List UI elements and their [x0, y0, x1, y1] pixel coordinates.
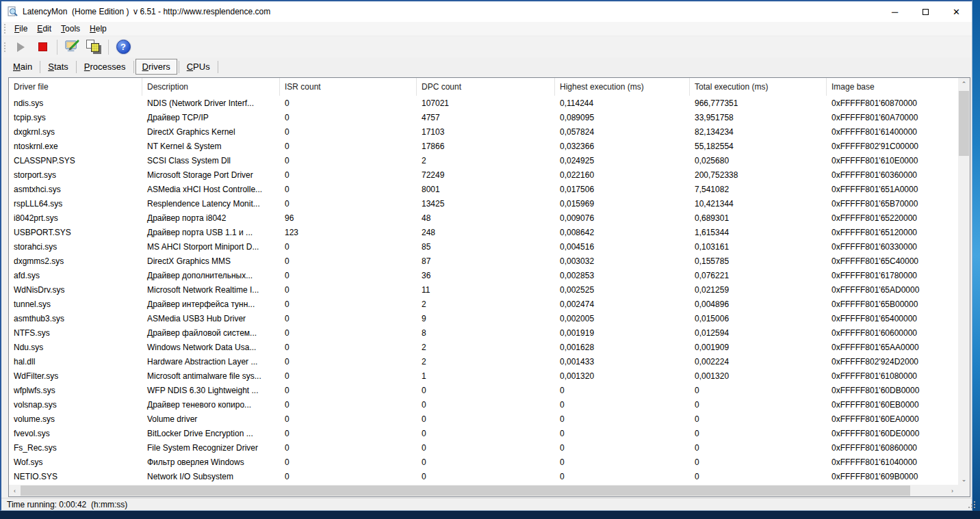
- tab-cpus[interactable]: CPUs: [181, 59, 216, 74]
- scrollbar-corner: [958, 485, 970, 496]
- table-row[interactable]: fvevol.sysBitLocker Drive Encryption ...…: [9, 426, 958, 440]
- table-cell: 0,002853: [555, 268, 690, 282]
- table-row[interactable]: wfplwfs.sysWFP NDIS 6.30 Lightweight ...…: [9, 383, 958, 397]
- options-button[interactable]: [63, 38, 81, 56]
- table-row[interactable]: USBPORT.SYSДрайвер порта USB 1.1 и ...12…: [9, 225, 958, 239]
- table-cell: Network I/O Subsystem: [142, 469, 280, 483]
- scroll-left-icon[interactable]: ‹: [9, 485, 21, 496]
- resize-grip[interactable]: [968, 507, 970, 508]
- table-cell: 966,777351: [690, 96, 827, 110]
- vertical-scrollbar[interactable]: ⌃ ⌄: [958, 78, 970, 485]
- table-row[interactable]: i8042prt.sysДрайвер порта i804296480,009…: [9, 211, 958, 225]
- menu-edit[interactable]: Edit: [32, 23, 56, 35]
- table-row[interactable]: WdNisDrv.sysMicrosoft Network Realtime I…: [9, 282, 958, 297]
- table-row[interactable]: CLASSPNP.SYSSCSI Class System Dll020,024…: [9, 153, 958, 168]
- table-row[interactable]: storahci.sysMS AHCI Storport Miniport D.…: [9, 239, 958, 254]
- table-row[interactable]: asmtxhci.sysASMedia xHCI Host Controlle.…: [9, 182, 958, 196]
- menu-help[interactable]: Help: [85, 23, 112, 35]
- table-cell: 0: [555, 412, 690, 426]
- table-row[interactable]: volume.sysVolume driver00000xFFFFF801'60…: [9, 412, 958, 426]
- table-body: ndis.sysNDIS (Network Driver Interf...01…: [9, 96, 958, 483]
- table-cell: 0: [417, 412, 555, 426]
- time-running-text: Time running: 0:00:42 (h:mm:ss): [7, 500, 127, 509]
- table-row[interactable]: rspLLL64.sysResplendence Latency Monit..…: [9, 196, 958, 211]
- table-cell: 0xFFFFF801'60860000: [827, 440, 958, 455]
- table-row[interactable]: WdFilter.sysMicrosoft antimalware file s…: [9, 369, 958, 383]
- horizontal-scrollbar[interactable]: ‹ ›: [9, 485, 958, 496]
- table-row[interactable]: ndis.sysNDIS (Network Driver Interf...01…: [9, 96, 958, 110]
- column-header[interactable]: Total execution (ms): [690, 78, 827, 96]
- table-row[interactable]: volsnap.sysДрайвер теневого копиро...000…: [9, 397, 958, 412]
- table-cell: 0: [280, 168, 417, 182]
- tab-drivers[interactable]: Drivers: [136, 59, 177, 75]
- table-cell: 0: [280, 182, 417, 196]
- menu-file[interactable]: File: [10, 23, 32, 35]
- table-cell: 0,001433: [555, 354, 690, 369]
- table-cell: 0,057824: [555, 124, 690, 139]
- table-cell: 4757: [417, 110, 555, 124]
- tab-separator: [218, 61, 218, 73]
- table-cell: ndis.sys: [9, 96, 142, 110]
- table-row[interactable]: NETIO.SYSNetwork I/O Subsystem00000xFFFF…: [9, 469, 958, 483]
- table-row[interactable]: dxgmms2.sysDirectX Graphics MMS0870,0030…: [9, 254, 958, 268]
- table-row[interactable]: Wof.sysФильтр оверлея Windows00000xFFFFF…: [9, 455, 958, 469]
- play-button[interactable]: [12, 38, 29, 56]
- table-cell: 0: [280, 369, 417, 383]
- column-header[interactable]: Driver file: [9, 78, 142, 96]
- table-cell: 0: [280, 412, 417, 426]
- table-cell: 11: [417, 282, 555, 297]
- table-cell: ASMedia xHCI Host Controlle...: [142, 182, 280, 196]
- table-cell: Volume driver: [142, 412, 280, 426]
- minimize-button[interactable]: ─: [879, 1, 910, 22]
- column-header[interactable]: Image base: [827, 78, 958, 96]
- column-header[interactable]: ISR count: [280, 78, 417, 96]
- app-icon: [7, 6, 18, 17]
- window-title: LatencyMon (Home Edition ) v 6.51 - http…: [23, 7, 270, 16]
- table-row[interactable]: storport.sysMicrosoft Storage Port Drive…: [9, 168, 958, 182]
- scroll-up-icon[interactable]: ⌃: [958, 78, 970, 90]
- close-button[interactable]: ✕: [941, 1, 972, 22]
- stop-button[interactable]: [34, 38, 51, 56]
- table-cell: SCSI Class System Dll: [142, 153, 280, 168]
- copy-button[interactable]: [85, 38, 103, 56]
- table-row[interactable]: hal.dllHardware Abstraction Layer ...020…: [9, 354, 958, 369]
- table-cell: 123: [280, 225, 417, 239]
- table-row[interactable]: ntoskrnl.exeNT Kernel & System0178660,03…: [9, 139, 958, 153]
- table-row[interactable]: dxgkrnl.sysDirectX Graphics Kernel017103…: [9, 124, 958, 139]
- column-header[interactable]: Highest execution (ms): [555, 78, 690, 96]
- table-cell: Фильтр оверлея Windows: [142, 455, 280, 469]
- tab-main[interactable]: Main: [7, 59, 38, 74]
- table-cell: 0,001628: [555, 340, 690, 354]
- tab-processes[interactable]: Processes: [78, 59, 132, 74]
- vertical-scroll-thumb[interactable]: [959, 91, 969, 156]
- table-cell: hal.dll: [9, 354, 142, 369]
- menu-bar: File Edit Tools Help: [1, 22, 972, 36]
- table-row[interactable]: tunnel.sysДрайвер интерфейса тунн...020,…: [9, 297, 958, 311]
- tab-stats[interactable]: Stats: [42, 59, 75, 74]
- scroll-right-icon[interactable]: ›: [946, 485, 958, 496]
- table-row[interactable]: afd.sysДрайвер дополнительных...0360,002…: [9, 268, 958, 282]
- table-row[interactable]: NTFS.sysДрайвер файловой систем...080,00…: [9, 325, 958, 340]
- table-row[interactable]: Fs_Rec.sysFile System Recognizer Driver0…: [9, 440, 958, 455]
- horizontal-scroll-thumb[interactable]: [21, 485, 910, 496]
- table-row[interactable]: Ndu.sysWindows Network Data Usa...020,00…: [9, 340, 958, 354]
- table-cell: 0: [280, 440, 417, 455]
- tab-separator: [179, 61, 179, 73]
- table-cell: 200,752338: [690, 168, 827, 182]
- scroll-down-icon[interactable]: ⌄: [958, 473, 970, 485]
- help-button[interactable]: ?: [114, 38, 132, 56]
- table-cell: 0xFFFFF801'65B00000: [827, 297, 958, 311]
- table-cell: 0: [280, 325, 417, 340]
- toolbar-separator: [108, 40, 109, 55]
- table-row[interactable]: tcpip.sysДрайвер TCP/IP047570,08909533,9…: [9, 110, 958, 124]
- table-cell: 0xFFFFF801'61780000: [827, 268, 958, 282]
- menu-tools[interactable]: Tools: [56, 23, 85, 35]
- table-row[interactable]: asmthub3.sysASMedia USB3 Hub Driver090,0…: [9, 311, 958, 325]
- title-bar[interactable]: LatencyMon (Home Edition ) v 6.51 - http…: [1, 1, 972, 22]
- table-cell: 0: [280, 124, 417, 139]
- maximize-button[interactable]: [910, 1, 941, 22]
- column-header[interactable]: Description: [142, 78, 280, 96]
- column-header[interactable]: DPC count: [417, 78, 555, 96]
- table-cell: 0,032366: [555, 139, 690, 153]
- table-cell: 0: [555, 397, 690, 412]
